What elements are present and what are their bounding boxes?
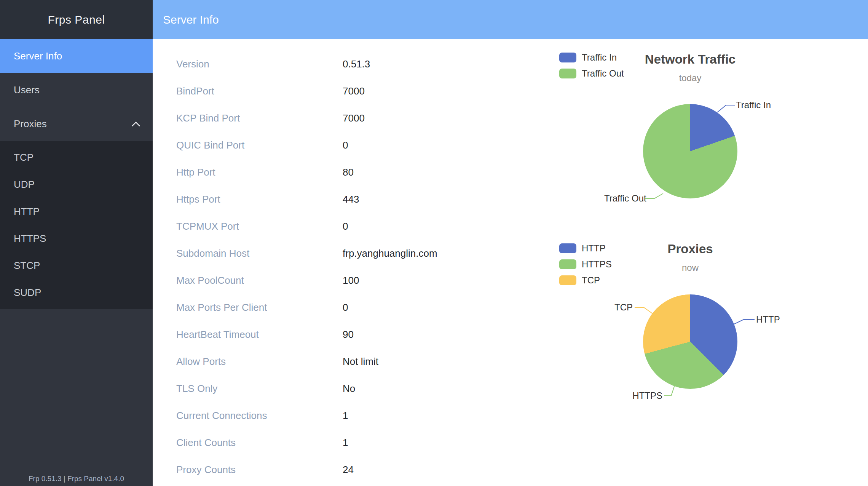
row-value: 1 xyxy=(343,437,437,449)
table-row: Client Counts 1 xyxy=(176,429,437,456)
submenu-item-label: SUDP xyxy=(14,287,41,299)
submenu-item[interactable]: UDP xyxy=(0,171,153,198)
proxies-subtitle: now xyxy=(614,262,766,273)
http-swatch-icon xyxy=(559,243,576,253)
legend-label: HTTP xyxy=(582,243,606,254)
table-row: Version 0.51.3 xyxy=(176,51,437,78)
row-label: BindPort xyxy=(176,85,343,97)
server-info-table: Version 0.51.3 BindPort 7000 KCP Bind Po… xyxy=(176,51,437,483)
row-label: Version xyxy=(176,58,343,70)
row-value: 443 xyxy=(343,193,437,205)
sidebar-item-label: Proxies xyxy=(14,118,47,130)
row-label: Proxy Counts xyxy=(176,464,343,476)
table-row: Allow Ports Not limit xyxy=(176,348,437,375)
row-label: Http Port xyxy=(176,166,343,178)
row-value: 90 xyxy=(343,329,437,341)
submenu-item-label: HTTP xyxy=(14,206,40,217)
table-row: Max PoolCount 100 xyxy=(176,267,437,294)
network-traffic-subtitle: today xyxy=(614,73,766,83)
table-row: Subdomain Host frp.yanghuanglin.com xyxy=(176,240,437,267)
table-row: Max Ports Per Client 0 xyxy=(176,294,437,321)
submenu-item-label: UDP xyxy=(14,179,35,190)
table-row: HeartBeat Timeout 90 xyxy=(176,321,437,348)
row-label: KCP Bind Port xyxy=(176,112,343,124)
app-logo: Frps Panel xyxy=(0,0,153,39)
submenu-item[interactable]: HTTPS xyxy=(0,225,153,252)
sidebar-nav: Server Info Users Proxies TCP U xyxy=(0,39,153,309)
row-label: Max PoolCount xyxy=(176,275,343,286)
frps-panel-app: Frps Panel Server Info Users Proxies TCP xyxy=(0,0,868,486)
main-content: Version 0.51.3 BindPort 7000 KCP Bind Po… xyxy=(153,39,868,486)
https-swatch-icon xyxy=(559,259,576,269)
row-value: 0 xyxy=(343,302,437,313)
submenu-item[interactable]: TCP xyxy=(0,144,153,171)
row-label: Allow Ports xyxy=(176,356,343,368)
topbar: Server Info xyxy=(153,0,868,39)
pie-label-traffic-out: Traffic Out xyxy=(604,193,644,204)
row-value: 0.51.3 xyxy=(343,58,437,70)
row-value: No xyxy=(343,383,437,395)
page-title: Server Info xyxy=(163,13,219,26)
sidebar-item-users[interactable]: Users xyxy=(0,73,153,107)
network-traffic-title: Network Traffic xyxy=(614,52,766,67)
table-row: Current Connections 1 xyxy=(176,402,437,429)
row-value: 0 xyxy=(343,139,437,151)
table-row: Https Port 443 xyxy=(176,186,437,213)
row-label: QUIC Bind Port xyxy=(176,139,343,151)
row-label: Client Counts xyxy=(176,437,343,449)
traffic-out-swatch-icon xyxy=(559,69,576,78)
pie-label-https: HTTPS xyxy=(621,390,662,401)
proxies-legend: HTTP HTTPS TCP xyxy=(559,240,612,288)
sidebar-item-label: Users xyxy=(14,84,40,96)
legend-item-http[interactable]: HTTP xyxy=(559,240,612,256)
pie-label-traffic-in: Traffic In xyxy=(736,99,771,111)
legend-label: TCP xyxy=(582,275,600,286)
row-value: 24 xyxy=(343,464,437,476)
table-row: TLS Only No xyxy=(176,375,437,402)
submenu-item[interactable]: HTTP xyxy=(0,198,153,225)
proxies-submenu: TCP UDP HTTP HTTPS STCP xyxy=(0,141,153,309)
legend-label: HTTPS xyxy=(582,259,612,270)
row-value: 1 xyxy=(343,410,437,422)
sidebar: Frps Panel Server Info Users Proxies TCP xyxy=(0,0,153,486)
table-row: BindPort 7000 xyxy=(176,78,437,105)
traffic-in-swatch-icon xyxy=(559,53,576,62)
table-row: QUIC Bind Port 0 xyxy=(176,132,437,159)
network-traffic-pie-chart xyxy=(643,104,737,198)
legend-label: Traffic In xyxy=(582,52,617,63)
row-label: Current Connections xyxy=(176,410,343,422)
row-label: Max Ports Per Client xyxy=(176,302,343,313)
submenu-item[interactable]: STCP xyxy=(0,252,153,279)
pie-label-tcp: TCP xyxy=(595,302,633,313)
row-value: 0 xyxy=(343,221,437,232)
row-value: 7000 xyxy=(343,85,437,97)
table-row: KCP Bind Port 7000 xyxy=(176,105,437,132)
row-value: 100 xyxy=(343,275,437,286)
sidebar-item-label: Server Info xyxy=(14,50,62,62)
sidebar-item-proxies[interactable]: Proxies xyxy=(0,107,153,141)
submenu-item-label: TCP xyxy=(14,152,34,163)
legend-item-https[interactable]: HTTPS xyxy=(559,256,612,272)
row-label: Subdomain Host xyxy=(176,248,343,259)
table-row: Http Port 80 xyxy=(176,159,437,186)
submenu-item-label: HTTPS xyxy=(14,233,46,245)
sidebar-item-server-info[interactable]: Server Info xyxy=(0,39,153,73)
row-value: frp.yanghuanglin.com xyxy=(343,248,437,259)
submenu-item[interactable]: SUDP xyxy=(0,279,153,306)
proxies-title: Proxies xyxy=(614,242,766,256)
submenu-item-label: STCP xyxy=(14,260,40,272)
proxies-pie-chart xyxy=(643,294,737,389)
row-label: TLS Only xyxy=(176,383,343,395)
row-label: HeartBeat Timeout xyxy=(176,329,343,341)
table-row: TCPMUX Port 0 xyxy=(176,213,437,240)
app-title: Frps Panel xyxy=(48,13,105,26)
pie-label-http: HTTP xyxy=(756,314,780,325)
row-value: 7000 xyxy=(343,112,437,124)
chevron-up-icon xyxy=(131,122,140,127)
row-label: TCPMUX Port xyxy=(176,221,343,232)
tcp-swatch-icon xyxy=(559,275,576,285)
table-row: Proxy Counts 24 xyxy=(176,456,437,483)
legend-item-tcp[interactable]: TCP xyxy=(559,272,612,288)
row-value: Not limit xyxy=(343,356,437,368)
row-value: 80 xyxy=(343,166,437,178)
